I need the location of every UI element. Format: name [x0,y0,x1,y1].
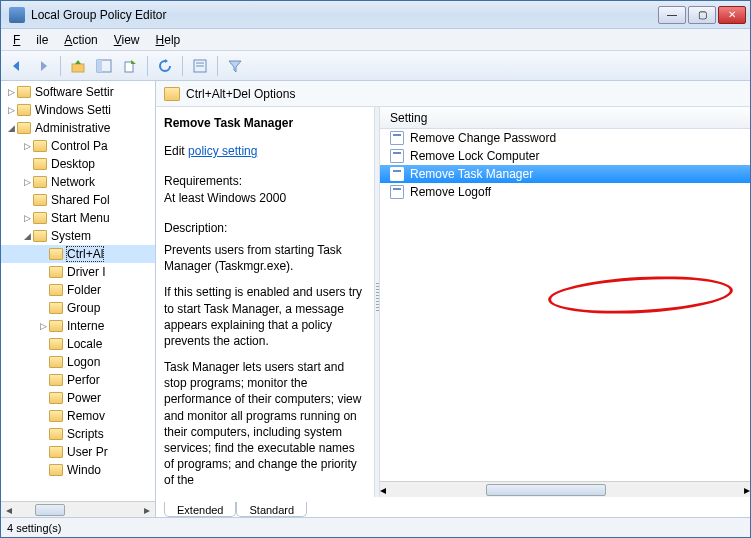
folder-icon [49,338,63,350]
svg-rect-2 [97,60,102,72]
breadcrumb-label: Ctrl+Alt+Del Options [186,87,295,101]
list-row[interactable]: Remove Lock Computer [380,147,750,165]
tree-item[interactable]: User Pr [1,443,155,461]
up-button[interactable] [66,54,90,78]
tree-item[interactable]: ▷Interne [1,317,155,335]
tab-standard[interactable]: Standard [236,502,307,517]
tree-item[interactable]: Group [1,299,155,317]
tree-item[interactable]: Driver I [1,263,155,281]
list-item-label: Remove Task Manager [410,167,533,181]
tree-item[interactable]: ▷Control Pa [1,137,155,155]
policy-setting-link[interactable]: policy setting [188,144,257,158]
tree-item[interactable]: ◢System [1,227,155,245]
back-button[interactable] [5,54,29,78]
folder-icon [49,284,63,296]
folder-icon [49,410,63,422]
expand-icon[interactable]: ▷ [37,321,49,331]
folder-icon [33,230,47,242]
minimize-button[interactable]: — [658,6,686,24]
menubar: File Action View Help [1,29,750,51]
list-pane: Setting Remove Change PasswordRemove Loc… [380,107,750,497]
titlebar: Local Group Policy Editor — ▢ ✕ [1,1,750,29]
tree-pane: ▷Software Settir▷Windows Setti◢Administr… [1,81,156,517]
expand-icon[interactable]: ▷ [5,105,17,115]
tree-item[interactable]: Scripts [1,425,155,443]
tree-item[interactable]: ▷Start Menu [1,209,155,227]
tree-item[interactable]: Shared Fol [1,191,155,209]
menu-view[interactable]: View [106,31,148,49]
menu-help[interactable]: Help [148,31,189,49]
collapse-icon[interactable]: ◢ [5,123,17,133]
folder-icon [49,320,63,332]
forward-button[interactable] [31,54,55,78]
folder-icon [49,302,63,314]
collapse-icon[interactable]: ◢ [21,231,33,241]
description-text-1: Prevents users from starting Task Manage… [164,242,364,274]
description-text-3: Task Manager lets users start and stop p… [164,359,364,489]
tree-item[interactable]: Desktop [1,155,155,173]
tree-item-label: Driver I [67,265,106,279]
list-row[interactable]: Remove Logoff [380,183,750,201]
tree-item-label: Remov [67,409,105,423]
properties-button[interactable] [188,54,212,78]
tree-item[interactable]: Locale [1,335,155,353]
close-button[interactable]: ✕ [718,6,746,24]
tree-item[interactable]: Windo [1,461,155,479]
content-area: ▷Software Settir▷Windows Setti◢Administr… [1,81,750,517]
expand-icon[interactable]: ▷ [21,213,33,223]
tree-item-label: Desktop [51,157,95,171]
folder-icon [33,194,47,206]
tree-item-label: Windo [67,463,101,477]
folder-icon [164,87,180,101]
tree-item-label: Logon [67,355,100,369]
tree-item[interactable]: ◢Administrative [1,119,155,137]
folder-icon [33,140,47,152]
requirements-text: At least Windows 2000 [164,190,364,206]
detail-title: Remove Task Manager [164,115,364,131]
maximize-button[interactable]: ▢ [688,6,716,24]
filter-button[interactable] [223,54,247,78]
statusbar: 4 setting(s) [1,517,750,537]
tree-item[interactable]: Logon [1,353,155,371]
tree-item-label: Administrative [35,121,110,135]
toolbar-sep [147,56,148,76]
folder-icon [49,392,63,404]
menu-file[interactable]: File [5,31,56,49]
tree-item-label: Group [67,301,100,315]
tree-item[interactable]: Folder [1,281,155,299]
folder-icon [33,212,47,224]
list-hscrollbar[interactable]: ◂ ▸ [380,481,750,497]
tree-item[interactable]: Remov [1,407,155,425]
menu-action[interactable]: Action [56,31,105,49]
expand-icon[interactable]: ▷ [21,141,33,151]
tree-hscrollbar[interactable]: ◂ ▸ [1,501,155,517]
list-row[interactable]: Remove Change Password [380,129,750,147]
tree-item[interactable]: ▷Windows Setti [1,101,155,119]
folder-icon [49,248,63,260]
expand-icon[interactable]: ▷ [21,177,33,187]
folder-icon [49,428,63,440]
list-row[interactable]: Remove Task Manager [380,165,750,183]
description-text-2: If this setting is enabled and users try… [164,284,364,349]
show-hide-tree-button[interactable] [92,54,116,78]
tab-extended[interactable]: Extended [164,502,236,517]
toolbar-sep [217,56,218,76]
list-column-header[interactable]: Setting [380,107,750,129]
tree-item-label: Software Settir [35,85,114,99]
tree-item[interactable]: ▷Network [1,173,155,191]
tree-item[interactable]: Power [1,389,155,407]
edit-label: Edit [164,144,185,158]
breadcrumb: Ctrl+Alt+Del Options [156,81,750,107]
tree-item[interactable]: ▷Software Settir [1,83,155,101]
list-item-label: Remove Lock Computer [410,149,539,163]
export-button[interactable] [118,54,142,78]
refresh-button[interactable] [153,54,177,78]
right-pane: Ctrl+Alt+Del Options Remove Task Manager… [156,81,750,517]
expand-icon[interactable]: ▷ [5,87,17,97]
tree-item[interactable]: Ctrl+Al [1,245,155,263]
app-icon [9,7,25,23]
tree-item[interactable]: Perfor [1,371,155,389]
svg-rect-0 [72,64,84,72]
folder-icon [49,374,63,386]
folder-icon [33,158,47,170]
